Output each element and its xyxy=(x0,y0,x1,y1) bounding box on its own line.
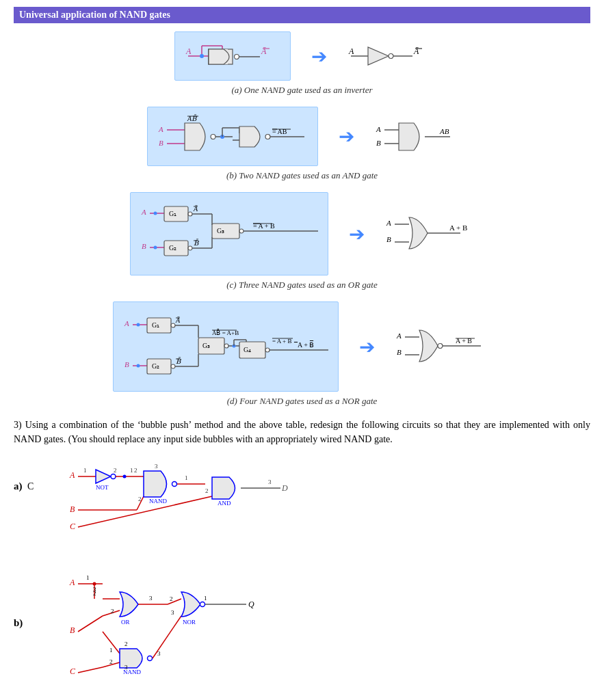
caption-d: (d) Four NAND gates used as a NOR gate xyxy=(227,396,378,407)
svg-text:1: 1 xyxy=(204,595,207,602)
svg-point-57 xyxy=(188,246,192,250)
part-b-container: b) A B C 1 2 xyxy=(14,556,590,692)
svg-text:NAND: NAND xyxy=(149,498,167,504)
section3-text: 3) Using a combination of the ‘bubble pu… xyxy=(14,418,590,446)
or-simple-svg: A B A + B xyxy=(385,206,474,261)
svg-text:A + B: A + B xyxy=(449,224,467,232)
svg-text:G₃: G₃ xyxy=(217,227,224,234)
svg-text:NOT: NOT xyxy=(96,484,109,491)
svg-text:G₂: G₂ xyxy=(169,244,176,252)
svg-point-66 xyxy=(239,229,244,233)
svg-point-90 xyxy=(171,364,175,368)
section-b: A B xyxy=(14,107,590,181)
caption-c: (c) Three NAND gates used as an OR gate xyxy=(226,280,378,291)
svg-text:B: B xyxy=(142,242,146,250)
svg-rect-64 xyxy=(212,224,239,239)
svg-text:3: 3 xyxy=(93,586,96,593)
circuit-b: A B C 1 2 OR xyxy=(68,561,356,687)
blue-box-d: A G₁ Ā B G₂ xyxy=(113,301,339,392)
svg-text:B: B xyxy=(70,625,75,635)
two-nand-and-svg: A B xyxy=(157,114,308,159)
diagram-row-d: A G₁ Ā B G₂ xyxy=(113,301,491,392)
svg-text:2: 2 xyxy=(138,496,142,502)
svg-line-155 xyxy=(78,616,103,632)
svg-text:3: 3 xyxy=(149,595,153,602)
svg-point-54 xyxy=(154,246,157,250)
svg-text:A: A xyxy=(348,46,354,56)
svg-text:A: A xyxy=(69,470,75,480)
blue-box-b: A B xyxy=(147,107,318,166)
svg-line-143 xyxy=(78,496,212,527)
svg-marker-14 xyxy=(368,47,389,65)
svg-text:1: 1 xyxy=(83,467,87,474)
svg-point-82 xyxy=(171,323,175,327)
svg-text:1: 1 xyxy=(130,467,133,474)
svg-point-24 xyxy=(211,135,215,139)
svg-text:B̄: B̄ xyxy=(176,357,181,365)
arrow-a: ➔ xyxy=(311,45,327,68)
svg-text:B̄: B̄ xyxy=(194,239,199,247)
svg-text:2: 2 xyxy=(114,467,117,474)
svg-text:A: A xyxy=(158,125,163,133)
svg-text:3: 3 xyxy=(171,609,174,616)
svg-point-107 xyxy=(265,348,270,352)
part-a-label-container: a) C xyxy=(14,453,48,492)
three-nand-or-svg: A G₁ Ā B G₂ xyxy=(140,200,318,268)
circuit-a-svg: A 1 NOT 2 1 B xyxy=(68,459,465,541)
svg-text:̅A + B̅: ̅A + B̅ xyxy=(293,340,314,349)
svg-text:G₃: G₃ xyxy=(202,342,210,349)
svg-text:B: B xyxy=(386,235,391,243)
svg-text:D: D xyxy=(281,483,288,493)
svg-marker-125 xyxy=(96,470,111,483)
svg-text:AND: AND xyxy=(218,500,231,507)
blue-box-c: A G₁ Ā B G₂ xyxy=(130,192,328,275)
svg-point-179 xyxy=(200,602,205,607)
and-simple-svg: A B AB xyxy=(375,114,457,159)
svg-text:1: 1 xyxy=(109,647,113,654)
svg-text:Ā: Ā xyxy=(261,46,267,56)
svg-text:2: 2 xyxy=(205,487,209,494)
svg-text:A: A xyxy=(141,208,146,216)
page-title: Universal application of NAND gates xyxy=(14,7,590,23)
part-b-label-container: b) xyxy=(14,556,48,629)
circuit-a: A 1 NOT 2 1 B xyxy=(68,459,465,543)
arrow-b: ➔ xyxy=(339,125,354,148)
svg-point-87 xyxy=(137,364,140,368)
svg-text:B: B xyxy=(376,139,381,147)
svg-text:C: C xyxy=(70,522,76,531)
svg-text:3: 3 xyxy=(157,650,161,657)
svg-point-171 xyxy=(148,656,153,661)
svg-text:B: B xyxy=(159,139,163,147)
arrow-c: ➔ xyxy=(349,223,365,245)
svg-text:A: A xyxy=(376,125,381,133)
svg-point-4 xyxy=(200,54,204,58)
inverter-simple-svg: A Ā xyxy=(347,39,430,73)
svg-text:G₄: G₄ xyxy=(244,346,251,353)
svg-text:2: 2 xyxy=(134,467,137,474)
svg-text:= A + B: = A + B xyxy=(272,338,291,345)
diagram-row-c: A G₁ Ā B G₂ xyxy=(130,192,474,275)
four-nand-nor-svg: A G₁ Ā B G₂ xyxy=(123,309,328,384)
blue-box-a: A Ā xyxy=(174,31,291,81)
caption-a: (a) One NAND gate used as an inverter xyxy=(231,85,372,96)
svg-text:G₂: G₂ xyxy=(152,362,159,370)
svg-text:A: A xyxy=(386,219,391,227)
svg-text:2: 2 xyxy=(170,595,173,602)
svg-text:AB̄: AB̄ xyxy=(187,114,197,122)
svg-text:B: B xyxy=(70,504,75,514)
svg-text:G₁: G₁ xyxy=(152,321,159,329)
nor-simple-svg: A B A + B xyxy=(395,319,491,374)
svg-text:G₁: G₁ xyxy=(169,210,176,217)
svg-line-157 xyxy=(78,667,103,673)
svg-text:A: A xyxy=(124,319,129,327)
svg-point-126 xyxy=(111,474,116,479)
svg-text:OR: OR xyxy=(121,619,130,625)
svg-text:NOR: NOR xyxy=(183,619,196,625)
svg-point-46 xyxy=(154,212,157,215)
svg-point-15 xyxy=(389,54,393,59)
svg-text:3: 3 xyxy=(124,664,128,671)
svg-text:C: C xyxy=(70,667,76,676)
svg-point-131 xyxy=(123,475,127,479)
section-a: A Ā ➔ A Ā (a) One NAND gate us xyxy=(14,31,590,96)
part-a-label: a) xyxy=(14,481,23,492)
